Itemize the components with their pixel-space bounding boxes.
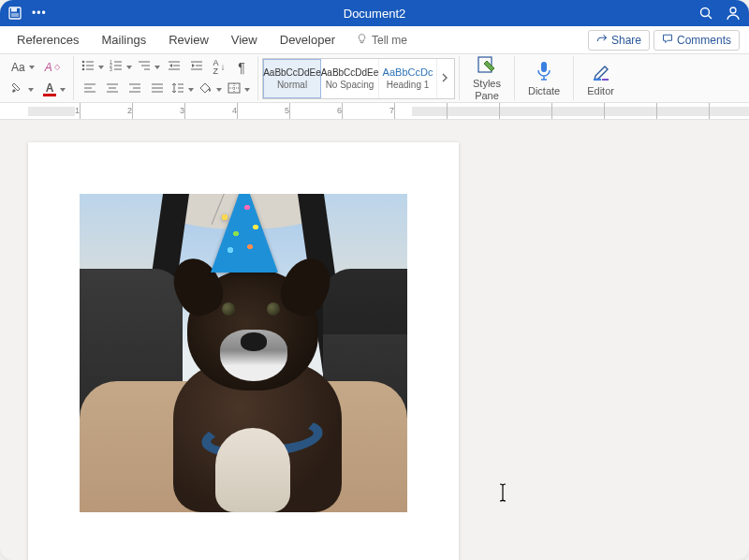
highlight-icon: [11, 82, 24, 96]
borders-button[interactable]: [226, 80, 252, 100]
title-bar: ••• Document2: [0, 0, 749, 26]
svg-point-6: [730, 7, 736, 13]
comments-label: Comments: [677, 34, 731, 47]
svg-point-8: [82, 61, 85, 64]
styles-pane-icon: [477, 55, 497, 76]
tab-references[interactable]: References: [6, 26, 90, 53]
svg-point-12: [82, 68, 85, 71]
ruler-scale: [28, 103, 749, 119]
dictate-button[interactable]: Dictate: [521, 56, 567, 101]
page[interactable]: [28, 142, 459, 560]
ruler-mark: 5: [285, 106, 289, 115]
party-hat: [211, 194, 278, 273]
increase-indent-icon: [190, 60, 203, 74]
align-right-button[interactable]: [125, 80, 145, 100]
chevron-down-icon: [126, 66, 132, 69]
horizontal-ruler[interactable]: 1 2 3 4 5 6 7: [0, 103, 749, 120]
bullets-button[interactable]: [80, 57, 106, 78]
editor-label: Editor: [587, 85, 614, 96]
decrease-indent-button[interactable]: [164, 57, 184, 78]
multilevel-icon: [138, 60, 151, 74]
pen-editor-icon: [592, 61, 610, 83]
show-marks-button[interactable]: ¶: [231, 57, 252, 78]
font-color-button[interactable]: A: [41, 80, 67, 100]
save-icon[interactable]: [7, 6, 22, 21]
share-icon: [596, 33, 608, 47]
microphone-icon: [536, 61, 552, 83]
lightbulb-icon: [356, 33, 368, 48]
styles-group: AaBbCcDdEe Normal AaBbCcDdEe No Spacing …: [258, 56, 460, 100]
ruler-mark: 7: [389, 106, 394, 115]
tab-review[interactable]: Review: [157, 26, 220, 53]
style-sample: AaBbCcDc: [383, 66, 433, 78]
comment-icon: [662, 33, 673, 47]
ribbon: Aa A◇ A: [0, 54, 749, 103]
align-left-button[interactable]: [80, 80, 100, 100]
clear-formatting-icon: A: [45, 61, 52, 74]
chevron-down-icon: [28, 88, 34, 92]
paint-bucket-icon: [199, 82, 213, 96]
style-label: No Spacing: [326, 80, 374, 90]
document-canvas[interactable]: [0, 120, 749, 560]
tab-view[interactable]: View: [220, 26, 269, 53]
bullets-icon: [81, 60, 95, 74]
style-label: Heading 1: [387, 80, 430, 90]
shading-button[interactable]: [198, 80, 224, 100]
styles-pane-group: Styles Pane: [460, 56, 515, 100]
ruler-mark: 2: [127, 106, 132, 115]
account-icon[interactable]: [725, 5, 742, 22]
align-center-button[interactable]: [102, 80, 123, 100]
change-case-button[interactable]: Aa: [9, 57, 37, 78]
share-button[interactable]: Share: [588, 30, 650, 51]
decrease-indent-icon: [168, 60, 181, 74]
font-color-icon: A: [43, 82, 56, 96]
style-no-spacing[interactable]: AaBbCcDdEe No Spacing: [321, 59, 379, 98]
chevron-down-icon: [244, 88, 250, 92]
justify-button[interactable]: [147, 80, 168, 100]
editor-button[interactable]: Editor: [580, 56, 622, 101]
styles-gallery-more[interactable]: [437, 59, 454, 98]
svg-point-10: [82, 65, 85, 67]
highlight-color-button[interactable]: [9, 80, 36, 100]
ruler-mark: 3: [180, 106, 184, 115]
justify-icon: [151, 82, 164, 96]
dictate-group: Dictate: [515, 56, 574, 100]
align-center-icon: [106, 82, 119, 96]
document-title: Document2: [0, 7, 749, 21]
styles-pane-button[interactable]: Styles Pane: [465, 56, 508, 101]
line-spacing-button[interactable]: [169, 80, 196, 100]
dictate-label: Dictate: [528, 85, 560, 96]
numbering-button[interactable]: 123: [108, 57, 134, 78]
svg-rect-1: [11, 8, 17, 12]
line-spacing-icon: [171, 82, 184, 96]
svg-point-4: [701, 8, 710, 17]
tell-me-search[interactable]: Tell me: [346, 33, 417, 48]
clear-formatting-button[interactable]: A◇: [42, 57, 63, 78]
svg-text:3: 3: [110, 66, 112, 71]
tell-me-label: Tell me: [372, 34, 407, 47]
style-sample: AaBbCcDdEe: [263, 67, 321, 78]
style-heading-1[interactable]: AaBbCcDc Heading 1: [379, 59, 437, 98]
tab-developer[interactable]: Developer: [269, 26, 346, 53]
editor-group: Editor: [574, 56, 627, 100]
style-label: Normal: [277, 80, 307, 90]
styles-gallery[interactable]: AaBbCcDdEe Normal AaBbCcDdEe No Spacing …: [262, 58, 455, 99]
chevron-down-icon: [60, 88, 66, 92]
more-icon[interactable]: •••: [32, 7, 47, 20]
style-normal[interactable]: AaBbCcDdEe Normal: [263, 59, 321, 98]
chevron-down-icon: [188, 88, 194, 92]
styles-pane-label: Styles Pane: [473, 78, 501, 100]
text-cursor-icon: [496, 483, 509, 502]
font-group: Aa A◇ A: [4, 56, 74, 100]
comments-button[interactable]: Comments: [654, 30, 740, 51]
tab-mailings[interactable]: Mailings: [90, 26, 157, 53]
pilcrow-icon: ¶: [238, 60, 245, 75]
increase-indent-button[interactable]: [186, 57, 207, 78]
paragraph-group: 123 AZ↓ ¶: [74, 56, 258, 100]
sort-button[interactable]: AZ↓: [209, 57, 229, 78]
dog-subject: [136, 269, 360, 512]
inserted-image[interactable]: [80, 194, 407, 512]
search-icon[interactable]: [698, 6, 713, 21]
align-right-icon: [128, 82, 141, 96]
multilevel-list-button[interactable]: [136, 57, 162, 78]
